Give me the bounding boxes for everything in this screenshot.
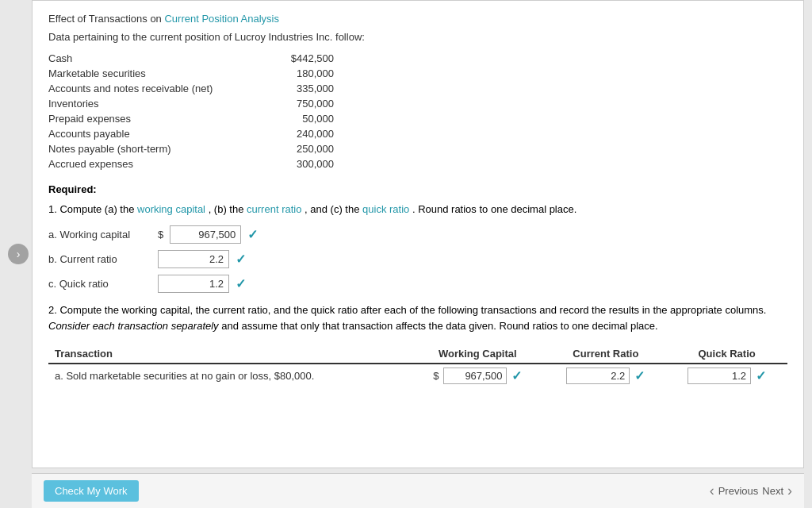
data-value-ar: 335,000 (255, 83, 334, 94)
wc-input[interactable] (443, 368, 507, 384)
title-link[interactable]: Current Position Analysis (164, 13, 279, 25)
q2-italic: Consider each transaction separately (48, 320, 219, 332)
th-working-capital: Working Capital (410, 344, 545, 364)
question2-text: 2. Compute the working capital, the curr… (48, 302, 787, 336)
required-label: Required: (48, 183, 787, 195)
prev-arrow-icon: ‹ (710, 483, 714, 499)
question1-text: 1. Compute (a) the working capital , (b)… (48, 202, 787, 217)
intro-text: Data pertaining to the current position … (48, 31, 787, 43)
cr-input[interactable] (566, 368, 630, 384)
check-my-work-button[interactable]: Check My Work (44, 480, 139, 502)
title-prefix: Effect of Transactions on (48, 13, 162, 25)
table-row: a. Sold marketable securities at no gain… (48, 364, 787, 387)
next-arrow-icon: › (787, 483, 792, 499)
data-row: Inventories 750,000 (48, 96, 787, 111)
bottom-bar: Check My Work ‹ Previous Next › (32, 473, 804, 508)
main-container: › Effect of Transactions on Current Posi… (0, 0, 812, 508)
data-row: Notes payable (short-term) 250,000 (48, 141, 787, 156)
working-capital-input[interactable] (170, 225, 241, 244)
wc-check: ✓ (511, 368, 522, 383)
th-transaction: Transaction (48, 344, 410, 364)
data-value-cash: $442,500 (255, 52, 334, 64)
q2-text2: and assume that only that transaction af… (221, 320, 657, 332)
data-label-ar: Accounts and notes receivable (net) (48, 83, 255, 94)
answer-label-c: c. Quick ratio (48, 278, 151, 290)
transaction-desc: a. Sold marketable securities at no gain… (48, 364, 410, 387)
wc-dollar: $ (433, 370, 439, 382)
dollar-sign-a: $ (158, 229, 163, 241)
left-expand-button[interactable]: › (8, 244, 29, 264)
answer-label-a: a. Working capital (48, 229, 151, 241)
content-area: Effect of Transactions on Current Positi… (32, 0, 804, 468)
qr-check: ✓ (756, 368, 766, 383)
qr-cell: ✓ (666, 364, 787, 387)
check-mark-b: ✓ (236, 252, 246, 267)
q2-number: 2. (48, 304, 59, 316)
data-row: Prepaid expenses 50,000 (48, 111, 787, 126)
data-value-ae: 300,000 (255, 158, 334, 170)
data-label-np: Notes payable (short-term) (48, 143, 255, 155)
data-row: Accounts and notes receivable (net) 335,… (48, 81, 787, 96)
answer-row-a: a. Working capital $ ✓ (48, 225, 787, 244)
data-value-ms: 180,000 (255, 67, 334, 79)
next-button[interactable]: Next (762, 485, 783, 497)
working-capital-link[interactable]: working capital (137, 203, 205, 215)
data-row: Accounts payable 240,000 (48, 126, 787, 141)
q1-text-compute: Compute (a) the (59, 203, 137, 215)
data-row: Cash $442,500 (48, 51, 787, 66)
cr-cell: ✓ (545, 364, 666, 387)
data-value-inv: 750,000 (255, 98, 334, 110)
quick-ratio-link[interactable]: quick ratio (362, 203, 409, 215)
check-mark-a: ✓ (247, 227, 258, 242)
answer-row-b: b. Current ratio ✓ (48, 250, 787, 268)
data-value-np: 250,000 (255, 143, 334, 155)
current-ratio-input[interactable] (158, 250, 229, 268)
q2-text1: Compute the working capital, the current… (59, 304, 766, 316)
qr-input[interactable] (688, 368, 751, 384)
answer-label-b: b. Current ratio (48, 253, 151, 265)
table-header-row: Transaction Working Capital Current Rati… (48, 344, 787, 364)
financial-data-table: Cash $442,500 Marketable securities 180,… (48, 51, 787, 171)
q1-text-c: , and (c) the (304, 203, 362, 215)
nav-buttons: ‹ Previous Next › (710, 483, 792, 499)
th-current-ratio: Current Ratio (545, 344, 666, 364)
data-label-ae: Accrued expenses (48, 158, 255, 170)
q1-text-b: , (b) the (209, 203, 247, 215)
answer-row-c: c. Quick ratio ✓ (48, 275, 787, 293)
data-label-cash: Cash (48, 52, 255, 64)
data-label-pe: Prepaid expenses (48, 113, 255, 125)
wc-cell: $ ✓ (410, 364, 545, 387)
previous-button[interactable]: Previous (718, 485, 759, 497)
data-row: Accrued expenses 300,000 (48, 156, 787, 171)
data-label-ap: Accounts payable (48, 128, 255, 140)
data-value-ap: 240,000 (255, 128, 334, 140)
data-label-ms: Marketable securities (48, 67, 255, 79)
current-ratio-link[interactable]: current ratio (247, 203, 301, 215)
data-value-pe: 50,000 (255, 113, 334, 125)
q1-number: 1. (48, 203, 59, 215)
q1-text-round: . Round ratios to one decimal place. (412, 203, 576, 215)
quick-ratio-input[interactable] (158, 275, 229, 293)
data-row: Marketable securities 180,000 (48, 66, 787, 81)
th-quick-ratio: Quick Ratio (666, 344, 787, 364)
check-mark-c: ✓ (236, 276, 246, 291)
data-label-inv: Inventories (48, 98, 255, 110)
title-line: Effect of Transactions on Current Positi… (48, 13, 787, 25)
cr-check: ✓ (634, 368, 645, 383)
transaction-table: Transaction Working Capital Current Rati… (48, 344, 787, 387)
